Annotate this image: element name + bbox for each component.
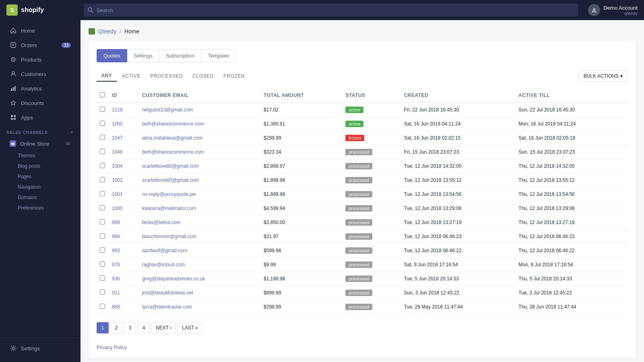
quote-id-link[interactable]: 1001: [112, 191, 123, 197]
row-checkbox[interactable]: [100, 135, 105, 140]
page-button-1[interactable]: 1: [97, 322, 109, 333]
table-row: 911jmd@beautifulviews.net$899.99processe…: [97, 286, 628, 300]
customer-email-link[interactable]: beth@sharescommerce.com: [142, 149, 204, 155]
row-checkbox[interactable]: [100, 191, 105, 196]
customer-email-link[interactable]: aardwolf@gmail.com: [142, 248, 187, 253]
settings-icon: [10, 345, 17, 352]
sidebar-item-discounts[interactable]: Discounts: [3, 96, 77, 110]
row-checkbox[interactable]: [100, 261, 105, 267]
select-all-checkbox[interactable]: [100, 92, 105, 97]
bulk-actions-button[interactable]: BULK ACTIONS ▾: [578, 70, 628, 82]
last-page-button[interactable]: LAST »: [178, 322, 202, 333]
active-till-date: Thu, 12 Jul 2018 14:32:05: [515, 159, 628, 173]
tab-quotes[interactable]: Quotes: [97, 49, 127, 62]
table-row: 999belav@belva.com$3,850.00processedTue,…: [97, 216, 628, 230]
quote-id-link[interactable]: 999: [112, 220, 120, 225]
status-badge: active: [345, 107, 363, 113]
customer-email-link[interactable]: belav@belva.com: [142, 220, 181, 225]
row-checkbox[interactable]: [100, 205, 105, 210]
sidebar-label-orders: Orders: [21, 42, 37, 48]
user-name: Demo Account: [603, 5, 638, 11]
tab-subscription[interactable]: Subscription: [159, 49, 202, 62]
quote-id-link[interactable]: 1000: [112, 206, 123, 211]
sidebar-label-home: Home: [21, 28, 35, 34]
customer-email-link[interactable]: blauchimmer@gmail.com: [142, 234, 197, 239]
customer-email-link[interactable]: greg@stepaheadshoes.co.uk: [142, 276, 205, 282]
sidebar-item-analytics[interactable]: Analytics: [3, 82, 77, 95]
page-button-3[interactable]: 3: [124, 322, 136, 333]
quote-id-link[interactable]: 1047: [112, 135, 123, 141]
logo-text: shopify: [21, 6, 44, 14]
privacy-policy-link[interactable]: Privacy Policy: [97, 345, 127, 350]
customer-email-link[interactable]: netguest13@gmail.com: [142, 107, 193, 113]
created-date: Sun, 3 Jun 2018 12:45:22: [401, 286, 516, 300]
quote-id-link[interactable]: 1050: [112, 121, 123, 127]
customer-email-link[interactable]: lycra@talentcaviar.com: [142, 304, 192, 310]
breadcrumb-app-link[interactable]: Qteedy: [98, 28, 116, 35]
filter-closed[interactable]: CLOSED: [188, 71, 219, 81]
filter-bar: ANYACTIVEPROCESSEDCLOSEDFROZENBULK ACTIO…: [97, 70, 628, 82]
quote-id-link[interactable]: 1046: [112, 149, 123, 155]
row-checkbox[interactable]: [100, 149, 105, 154]
quote-id-link[interactable]: 911: [112, 290, 120, 296]
tab-settings[interactable]: Settings: [127, 49, 159, 62]
quote-id-link[interactable]: 994: [112, 234, 120, 239]
tab-template[interactable]: Template: [201, 49, 236, 62]
sidebar-item-orders[interactable]: Orders 33: [3, 38, 77, 52]
row-checkbox[interactable]: [100, 121, 105, 126]
filter-processed[interactable]: PROCESSED: [145, 71, 188, 81]
avatar: [588, 4, 600, 16]
customer-email-link[interactable]: jmd@beautifulviews.net: [142, 290, 193, 296]
page-button-4[interactable]: 4: [138, 322, 150, 333]
status-badge: processed: [345, 149, 372, 155]
row-checkbox[interactable]: [100, 219, 105, 224]
quote-id-link[interactable]: 1004: [112, 163, 123, 169]
total-amount: $599.98: [260, 244, 342, 258]
quote-id-link[interactable]: 1118: [112, 107, 123, 113]
row-checkbox[interactable]: [100, 233, 105, 239]
customer-email-link[interactable]: scarlettlove80@gmail.com: [142, 177, 199, 183]
filter-active[interactable]: ACTIVE: [117, 71, 145, 81]
customer-email-link[interactable]: kwasera@mailinator.com: [142, 206, 196, 211]
quote-id-link[interactable]: 866: [112, 304, 120, 310]
user-account[interactable]: Demo Account qteedy: [588, 4, 638, 16]
search-input[interactable]: [97, 7, 574, 13]
customer-email-link[interactable]: alina.malabieva@gmail.com: [142, 135, 202, 141]
sidebar-sub-themes[interactable]: Themes: [0, 150, 80, 161]
sidebar-item-home[interactable]: Home: [3, 24, 77, 37]
total-amount: $899.99: [260, 286, 342, 300]
active-till-date: Mon, 9 Jul 2018 17:16:54: [515, 258, 628, 272]
sidebar-item-settings[interactable]: Settings: [3, 341, 77, 355]
next-page-button[interactable]: NEXT ›: [151, 322, 176, 333]
quote-id-link[interactable]: 936: [112, 276, 120, 282]
quote-id-link[interactable]: 1002: [112, 177, 123, 183]
customer-email-link[interactable]: beth@sharescommerce.com: [142, 121, 204, 127]
customer-email-link[interactable]: scarlettlove80@gmail.com: [142, 163, 199, 169]
add-sales-channel-icon[interactable]: ＋: [70, 130, 74, 135]
sidebar-sub-pages[interactable]: Pages: [0, 171, 80, 182]
row-checkbox[interactable]: [100, 107, 105, 112]
filter-frozen[interactable]: FROZEN: [219, 71, 250, 81]
sidebar-sub-preferences[interactable]: Preferences: [0, 203, 80, 213]
row-checkbox[interactable]: [100, 247, 105, 253]
row-checkbox[interactable]: [100, 290, 105, 295]
quote-id-link[interactable]: 976: [112, 262, 120, 267]
sidebar-item-online-store[interactable]: Online Store: [3, 137, 77, 150]
quote-id-link[interactable]: 993: [112, 248, 120, 253]
sidebar-item-apps[interactable]: Apps: [3, 111, 77, 124]
row-checkbox[interactable]: [100, 304, 105, 309]
active-till-date: Thu, 5 Jul 2018 20:14:33: [515, 272, 628, 286]
sidebar-item-products[interactable]: Products: [3, 53, 77, 66]
row-checkbox[interactable]: [100, 276, 105, 281]
sidebar-sub-domains[interactable]: Domains: [0, 192, 80, 203]
row-checkbox[interactable]: [100, 177, 105, 182]
page-button-2[interactable]: 2: [110, 322, 122, 333]
eye-icon[interactable]: [65, 141, 71, 146]
sidebar-sub-navigation[interactable]: Navigation: [0, 182, 80, 192]
customer-email-link[interactable]: raghav@icloud.com: [142, 262, 185, 267]
row-checkbox[interactable]: [100, 163, 105, 168]
customer-email-link[interactable]: no-reply@proxyquote.pw: [142, 191, 196, 197]
filter-any[interactable]: ANY: [97, 70, 117, 82]
sidebar-sub-blog-posts[interactable]: Blog posts: [0, 161, 80, 171]
sidebar-item-customers[interactable]: Customers: [3, 67, 77, 81]
